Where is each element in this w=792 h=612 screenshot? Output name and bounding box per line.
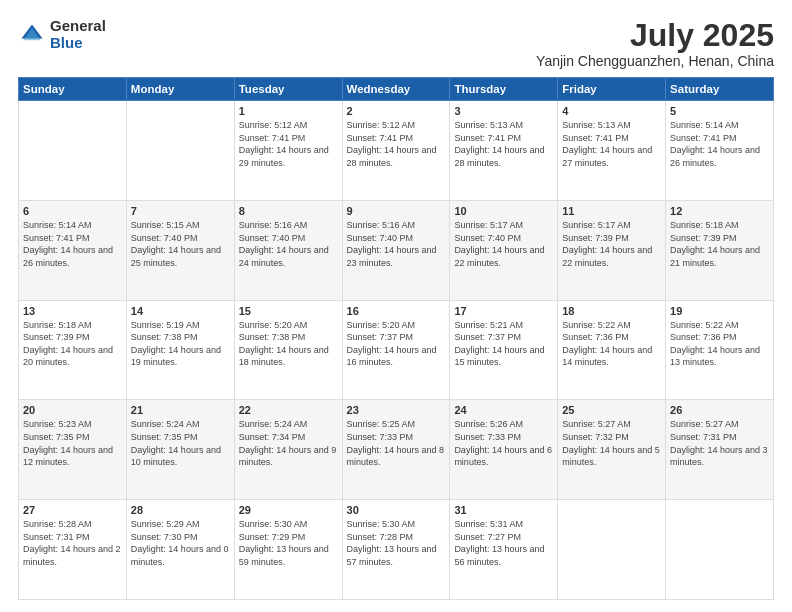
table-row: 27Sunrise: 5:28 AM Sunset: 7:31 PM Dayli…: [19, 500, 127, 600]
title-block: July 2025 Yanjin Chengguanzhen, Henan, C…: [536, 18, 774, 69]
table-row: 22Sunrise: 5:24 AM Sunset: 7:34 PM Dayli…: [234, 400, 342, 500]
table-row: 18Sunrise: 5:22 AM Sunset: 7:36 PM Dayli…: [558, 300, 666, 400]
logo: General Blue: [18, 18, 106, 51]
day-info: Sunrise: 5:16 AM Sunset: 7:40 PM Dayligh…: [347, 219, 446, 269]
day-info: Sunrise: 5:14 AM Sunset: 7:41 PM Dayligh…: [23, 219, 122, 269]
day-number: 30: [347, 504, 446, 516]
table-row: [666, 500, 774, 600]
day-number: 16: [347, 305, 446, 317]
day-number: 28: [131, 504, 230, 516]
day-info: Sunrise: 5:22 AM Sunset: 7:36 PM Dayligh…: [562, 319, 661, 369]
day-number: 7: [131, 205, 230, 217]
day-info: Sunrise: 5:15 AM Sunset: 7:40 PM Dayligh…: [131, 219, 230, 269]
day-number: 25: [562, 404, 661, 416]
day-info: Sunrise: 5:20 AM Sunset: 7:38 PM Dayligh…: [239, 319, 338, 369]
table-row: 31Sunrise: 5:31 AM Sunset: 7:27 PM Dayli…: [450, 500, 558, 600]
logo-blue-text: Blue: [50, 35, 106, 52]
table-row: 20Sunrise: 5:23 AM Sunset: 7:35 PM Dayli…: [19, 400, 127, 500]
calendar-week-row: 20Sunrise: 5:23 AM Sunset: 7:35 PM Dayli…: [19, 400, 774, 500]
month-year-title: July 2025: [536, 18, 774, 53]
table-row: 1Sunrise: 5:12 AM Sunset: 7:41 PM Daylig…: [234, 101, 342, 201]
day-info: Sunrise: 5:25 AM Sunset: 7:33 PM Dayligh…: [347, 418, 446, 468]
day-info: Sunrise: 5:27 AM Sunset: 7:32 PM Dayligh…: [562, 418, 661, 468]
table-row: 15Sunrise: 5:20 AM Sunset: 7:38 PM Dayli…: [234, 300, 342, 400]
day-info: Sunrise: 5:19 AM Sunset: 7:38 PM Dayligh…: [131, 319, 230, 369]
table-row: [126, 101, 234, 201]
day-number: 13: [23, 305, 122, 317]
col-sunday: Sunday: [19, 78, 127, 101]
day-number: 11: [562, 205, 661, 217]
day-info: Sunrise: 5:27 AM Sunset: 7:31 PM Dayligh…: [670, 418, 769, 468]
table-row: 24Sunrise: 5:26 AM Sunset: 7:33 PM Dayli…: [450, 400, 558, 500]
logo-general-text: General: [50, 18, 106, 35]
day-number: 31: [454, 504, 553, 516]
day-number: 21: [131, 404, 230, 416]
table-row: 28Sunrise: 5:29 AM Sunset: 7:30 PM Dayli…: [126, 500, 234, 600]
calendar-week-row: 13Sunrise: 5:18 AM Sunset: 7:39 PM Dayli…: [19, 300, 774, 400]
day-number: 18: [562, 305, 661, 317]
day-info: Sunrise: 5:23 AM Sunset: 7:35 PM Dayligh…: [23, 418, 122, 468]
day-info: Sunrise: 5:30 AM Sunset: 7:29 PM Dayligh…: [239, 518, 338, 568]
calendar-header-row: Sunday Monday Tuesday Wednesday Thursday…: [19, 78, 774, 101]
table-row: 19Sunrise: 5:22 AM Sunset: 7:36 PM Dayli…: [666, 300, 774, 400]
day-number: 9: [347, 205, 446, 217]
day-info: Sunrise: 5:20 AM Sunset: 7:37 PM Dayligh…: [347, 319, 446, 369]
day-number: 29: [239, 504, 338, 516]
day-info: Sunrise: 5:17 AM Sunset: 7:40 PM Dayligh…: [454, 219, 553, 269]
day-number: 12: [670, 205, 769, 217]
table-row: 8Sunrise: 5:16 AM Sunset: 7:40 PM Daylig…: [234, 200, 342, 300]
table-row: 12Sunrise: 5:18 AM Sunset: 7:39 PM Dayli…: [666, 200, 774, 300]
table-row: 10Sunrise: 5:17 AM Sunset: 7:40 PM Dayli…: [450, 200, 558, 300]
table-row: 6Sunrise: 5:14 AM Sunset: 7:41 PM Daylig…: [19, 200, 127, 300]
day-info: Sunrise: 5:30 AM Sunset: 7:28 PM Dayligh…: [347, 518, 446, 568]
logo-text: General Blue: [50, 18, 106, 51]
table-row: 23Sunrise: 5:25 AM Sunset: 7:33 PM Dayli…: [342, 400, 450, 500]
table-row: 14Sunrise: 5:19 AM Sunset: 7:38 PM Dayli…: [126, 300, 234, 400]
table-row: 16Sunrise: 5:20 AM Sunset: 7:37 PM Dayli…: [342, 300, 450, 400]
table-row: [19, 101, 127, 201]
day-info: Sunrise: 5:16 AM Sunset: 7:40 PM Dayligh…: [239, 219, 338, 269]
day-number: 24: [454, 404, 553, 416]
day-info: Sunrise: 5:13 AM Sunset: 7:41 PM Dayligh…: [562, 119, 661, 169]
table-row: 4Sunrise: 5:13 AM Sunset: 7:41 PM Daylig…: [558, 101, 666, 201]
table-row: 17Sunrise: 5:21 AM Sunset: 7:37 PM Dayli…: [450, 300, 558, 400]
col-thursday: Thursday: [450, 78, 558, 101]
day-number: 1: [239, 105, 338, 117]
page: General Blue July 2025 Yanjin Chengguanz…: [0, 0, 792, 612]
day-number: 26: [670, 404, 769, 416]
day-info: Sunrise: 5:12 AM Sunset: 7:41 PM Dayligh…: [239, 119, 338, 169]
day-number: 5: [670, 105, 769, 117]
day-number: 19: [670, 305, 769, 317]
table-row: 5Sunrise: 5:14 AM Sunset: 7:41 PM Daylig…: [666, 101, 774, 201]
calendar-week-row: 27Sunrise: 5:28 AM Sunset: 7:31 PM Dayli…: [19, 500, 774, 600]
day-info: Sunrise: 5:21 AM Sunset: 7:37 PM Dayligh…: [454, 319, 553, 369]
day-info: Sunrise: 5:29 AM Sunset: 7:30 PM Dayligh…: [131, 518, 230, 568]
table-row: [558, 500, 666, 600]
day-number: 2: [347, 105, 446, 117]
table-row: 9Sunrise: 5:16 AM Sunset: 7:40 PM Daylig…: [342, 200, 450, 300]
table-row: 13Sunrise: 5:18 AM Sunset: 7:39 PM Dayli…: [19, 300, 127, 400]
day-number: 20: [23, 404, 122, 416]
day-info: Sunrise: 5:12 AM Sunset: 7:41 PM Dayligh…: [347, 119, 446, 169]
table-row: 2Sunrise: 5:12 AM Sunset: 7:41 PM Daylig…: [342, 101, 450, 201]
day-info: Sunrise: 5:28 AM Sunset: 7:31 PM Dayligh…: [23, 518, 122, 568]
day-info: Sunrise: 5:31 AM Sunset: 7:27 PM Dayligh…: [454, 518, 553, 568]
calendar-table: Sunday Monday Tuesday Wednesday Thursday…: [18, 77, 774, 600]
day-info: Sunrise: 5:22 AM Sunset: 7:36 PM Dayligh…: [670, 319, 769, 369]
table-row: 21Sunrise: 5:24 AM Sunset: 7:35 PM Dayli…: [126, 400, 234, 500]
day-info: Sunrise: 5:24 AM Sunset: 7:34 PM Dayligh…: [239, 418, 338, 468]
col-friday: Friday: [558, 78, 666, 101]
day-number: 8: [239, 205, 338, 217]
day-info: Sunrise: 5:18 AM Sunset: 7:39 PM Dayligh…: [23, 319, 122, 369]
calendar-week-row: 1Sunrise: 5:12 AM Sunset: 7:41 PM Daylig…: [19, 101, 774, 201]
day-number: 3: [454, 105, 553, 117]
col-tuesday: Tuesday: [234, 78, 342, 101]
day-number: 15: [239, 305, 338, 317]
day-info: Sunrise: 5:17 AM Sunset: 7:39 PM Dayligh…: [562, 219, 661, 269]
table-row: 30Sunrise: 5:30 AM Sunset: 7:28 PM Dayli…: [342, 500, 450, 600]
day-info: Sunrise: 5:18 AM Sunset: 7:39 PM Dayligh…: [670, 219, 769, 269]
day-info: Sunrise: 5:14 AM Sunset: 7:41 PM Dayligh…: [670, 119, 769, 169]
header: General Blue July 2025 Yanjin Chengguanz…: [18, 18, 774, 69]
table-row: 11Sunrise: 5:17 AM Sunset: 7:39 PM Dayli…: [558, 200, 666, 300]
day-number: 4: [562, 105, 661, 117]
